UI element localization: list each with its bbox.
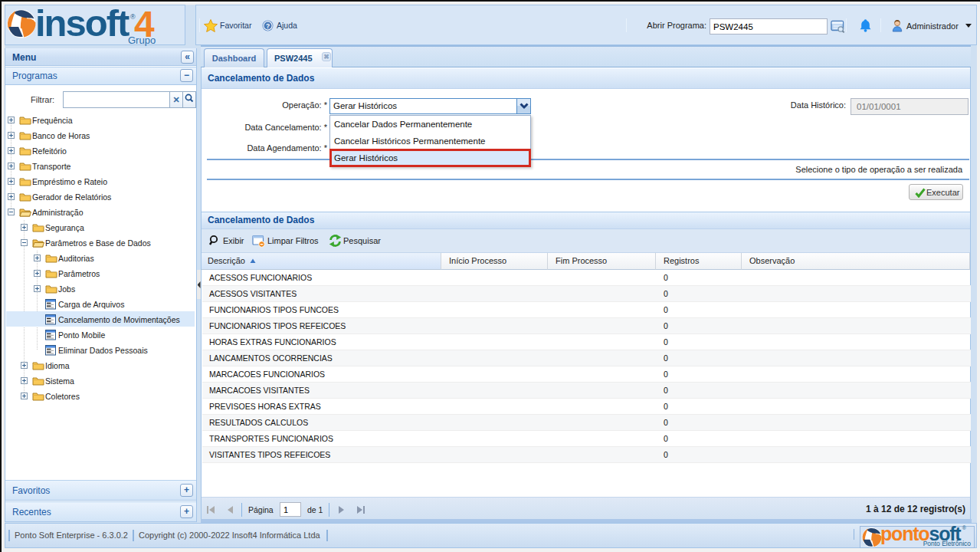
svg-text:?: ? xyxy=(266,22,270,30)
